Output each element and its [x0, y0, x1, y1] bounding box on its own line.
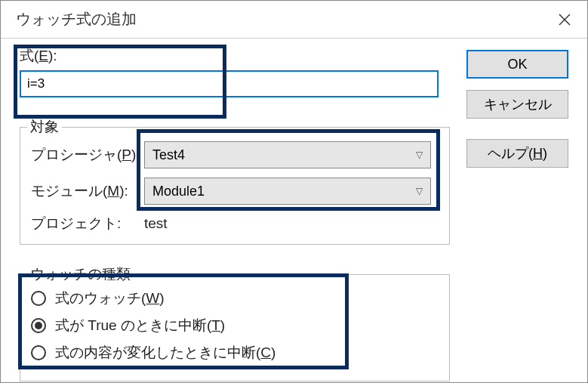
radio-label: 式が True のときに中断(T) — [55, 316, 225, 335]
watch-type-radio-1[interactable]: 式が True のときに中断(T) — [31, 316, 439, 335]
watch-type-radio-0[interactable]: 式のウォッチ(W) — [31, 289, 439, 308]
main-area: 式(E): 対象 プロシージャ(P): Test4 ▽ — [20, 46, 450, 381]
context-group-label: 対象 — [27, 117, 62, 137]
procedure-combobox[interactable]: Test4 ▽ — [144, 141, 431, 168]
module-combobox[interactable]: Module1 ▽ — [144, 178, 431, 205]
context-group: プロシージャ(P): Test4 ▽ モジュール(M): Module1 — [20, 127, 450, 245]
button-area: OK キャンセル ヘルプ(H) — [466, 50, 568, 168]
radio-icon — [31, 291, 46, 306]
radio-label: 式の内容が変化したときに中断(C) — [55, 343, 276, 363]
dialog-title: ウォッチ式の追加 — [16, 9, 137, 29]
procedure-value: Test4 — [152, 147, 185, 163]
titlebar: ウォッチ式の追加 — [1, 1, 587, 39]
chevron-down-icon: ▽ — [416, 150, 423, 160]
add-watch-dialog: ウォッチ式の追加 式(E): 対象 プロシ — [0, 0, 588, 383]
watch-type-radio-2[interactable]: 式の内容が変化したときに中断(C) — [31, 343, 439, 363]
module-value: Module1 — [152, 184, 205, 199]
watch-type-group: 式のウォッチ(W)式が True のときに中断(T)式の内容が変化したときに中断… — [20, 274, 450, 381]
ok-button[interactable]: OK — [466, 50, 568, 79]
dialog-content: 式(E): 対象 プロシージャ(P): Test4 ▽ — [1, 39, 587, 69]
cancel-button[interactable]: キャンセル — [466, 90, 568, 119]
module-label: モジュール(M): — [31, 181, 144, 201]
expression-input[interactable] — [20, 70, 439, 97]
radio-icon — [31, 318, 46, 333]
close-icon — [559, 14, 571, 26]
help-button[interactable]: ヘルプ(H) — [466, 139, 568, 168]
project-value: test — [144, 215, 168, 232]
procedure-label: プロシージャ(P): — [31, 145, 144, 165]
close-button[interactable] — [542, 1, 587, 39]
radio-icon — [31, 345, 46, 360]
watch-type-group-label: ウォッチの種類 — [27, 264, 134, 284]
radio-label: 式のウォッチ(W) — [55, 289, 165, 308]
chevron-down-icon: ▽ — [416, 186, 423, 196]
project-label: プロジェクト: — [31, 214, 144, 233]
expression-label: 式(E): — [20, 46, 450, 66]
